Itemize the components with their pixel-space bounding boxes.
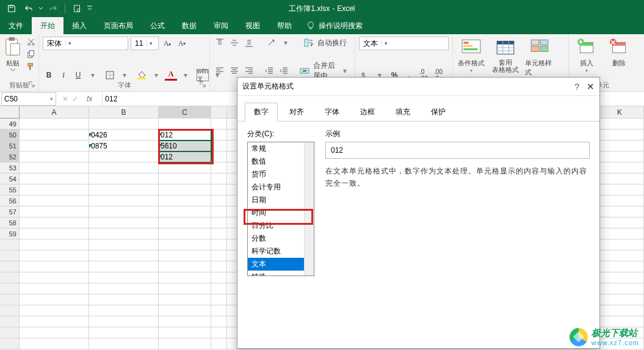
cell[interactable] [596, 129, 644, 140]
cell[interactable] [596, 261, 644, 272]
row-header[interactable]: 51 [0, 140, 20, 151]
name-box-input[interactable] [4, 95, 41, 103]
conditional-format-button[interactable]: 条件格式 ▾ [457, 37, 486, 73]
cell[interactable]: 012 [159, 129, 211, 140]
font-color-button[interactable]: A [165, 70, 177, 81]
cell[interactable] [596, 184, 644, 195]
cell[interactable] [596, 173, 644, 184]
cell[interactable] [20, 305, 89, 316]
cell[interactable] [20, 206, 89, 217]
cell[interactable] [89, 305, 159, 316]
font-color-dropdown[interactable]: ▾ [179, 69, 192, 81]
print-preview-button[interactable] [69, 1, 85, 16]
fill-color-button[interactable] [136, 69, 148, 81]
cell[interactable] [211, 217, 227, 228]
cell[interactable] [89, 316, 159, 327]
cancel-formula-button[interactable]: ✕ [62, 95, 68, 103]
dialog-tab[interactable]: 边框 [351, 103, 384, 122]
cell[interactable]: 0426 [89, 129, 159, 140]
cell[interactable] [20, 239, 89, 250]
cell[interactable] [211, 140, 227, 151]
redo-button[interactable] [45, 1, 61, 16]
cell[interactable] [211, 316, 227, 327]
align-center-button[interactable] [228, 65, 241, 77]
cell[interactable] [159, 338, 211, 349]
cell[interactable] [159, 261, 211, 272]
cell[interactable] [89, 338, 159, 349]
align-bottom-button[interactable] [243, 37, 255, 49]
row-header[interactable] [0, 239, 20, 250]
cell[interactable] [211, 129, 227, 140]
column-header[interactable]: K [596, 106, 644, 118]
enter-formula-button[interactable]: ✓ [72, 95, 78, 103]
dialog-tab[interactable]: 数字 [245, 103, 278, 122]
cell[interactable] [211, 272, 227, 283]
row-header[interactable] [0, 261, 20, 272]
row-header[interactable]: 49 [0, 118, 20, 129]
cell-styles-button[interactable]: 单元格样式 ▾ [525, 37, 554, 82]
tab-insert[interactable]: 插入 [63, 17, 95, 34]
insert-cells-button[interactable]: 插入 ▾ [573, 37, 600, 73]
cell[interactable] [89, 228, 159, 239]
tab-review[interactable]: 审阅 [205, 17, 237, 34]
align-top-button[interactable] [214, 37, 226, 49]
row-header[interactable] [0, 250, 20, 261]
row-header[interactable]: 53 [0, 162, 20, 173]
increase-indent-button[interactable] [278, 65, 290, 77]
cell[interactable] [211, 173, 227, 184]
row-header[interactable]: 50 [0, 129, 20, 140]
cell[interactable] [89, 206, 159, 217]
cell[interactable] [596, 217, 644, 228]
cell[interactable] [89, 272, 159, 283]
cell[interactable] [20, 250, 89, 261]
cell[interactable] [20, 283, 89, 294]
cell[interactable] [20, 316, 89, 327]
format-painter-button[interactable] [24, 61, 38, 72]
row-header[interactable] [0, 316, 20, 327]
cell[interactable] [596, 162, 644, 173]
cell[interactable] [20, 173, 89, 184]
cell[interactable]: 5610 [159, 140, 211, 151]
cell[interactable] [89, 327, 159, 338]
cell[interactable]: 0875 [89, 140, 159, 151]
cell[interactable] [20, 184, 89, 195]
scrollbar[interactable] [304, 142, 314, 275]
row-header[interactable] [0, 305, 20, 316]
border-dropdown[interactable]: ▾ [118, 69, 131, 81]
cell[interactable] [211, 195, 227, 206]
clipboard-launcher[interactable] [27, 80, 36, 89]
tab-layout[interactable]: 页面布局 [95, 17, 142, 34]
cell[interactable] [211, 305, 227, 316]
cell[interactable] [20, 118, 89, 129]
border-button[interactable] [104, 69, 116, 81]
cell[interactable] [211, 327, 227, 338]
cell[interactable] [20, 217, 89, 228]
cell[interactable] [89, 195, 159, 206]
cell[interactable] [159, 228, 211, 239]
row-header[interactable] [0, 294, 20, 305]
cell[interactable] [20, 195, 89, 206]
font-size-dropdown[interactable]: 11▾ [131, 37, 159, 50]
undo-button[interactable] [21, 1, 37, 16]
row-header[interactable] [0, 272, 20, 283]
merge-dropdown[interactable]: ▾ [339, 65, 351, 77]
cell[interactable] [596, 305, 644, 316]
cell[interactable] [159, 316, 211, 327]
cell[interactable] [20, 294, 89, 305]
italic-button[interactable]: I [57, 69, 70, 81]
font-name-dropdown[interactable]: 宋体▾ [43, 37, 128, 50]
column-header[interactable]: A [20, 106, 89, 118]
cell[interactable] [211, 162, 227, 173]
copy-button[interactable] [24, 49, 38, 60]
customize-qat-button[interactable] [86, 1, 93, 16]
cell[interactable] [159, 195, 211, 206]
cell[interactable] [596, 283, 644, 294]
number-format-dropdown[interactable]: 文本▾ [359, 37, 449, 50]
cell[interactable] [159, 118, 211, 129]
cell[interactable] [211, 151, 227, 162]
merge-center-button[interactable] [298, 65, 311, 77]
row-header[interactable]: 56 [0, 195, 20, 206]
category-list[interactable]: 常规数值货币会计专用日期时间百分比分数科学记数文本特殊自定义 [247, 142, 314, 276]
dialog-tab[interactable]: 填充 [386, 103, 419, 122]
column-header[interactable]: B [89, 106, 159, 118]
